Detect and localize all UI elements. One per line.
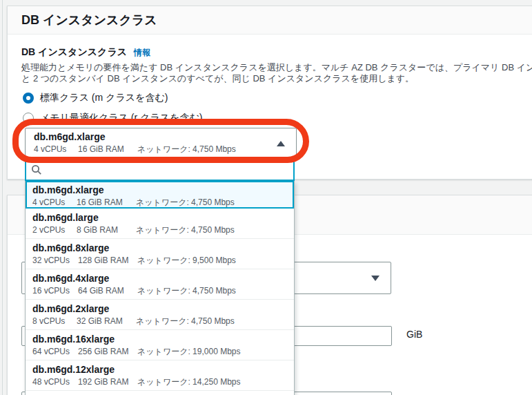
ram-value: 256 GiB RAM [78, 347, 129, 357]
network-value: ネットワーク: 4,750 Mbps [137, 286, 236, 296]
instance-specs: 4 vCPUs 16 GiB RAM ネットワーク: 4,750 Mbps [32, 198, 287, 208]
instance-specs: 2 vCPUs 8 GiB RAM ネットワーク: 4,750 Mbps [32, 225, 287, 235]
radio-button-icon[interactable] [23, 93, 34, 104]
field-label-row: DB インスタンスクラス 情報 [21, 46, 524, 59]
selected-instance-specs: 4 vCPUs 16 GiB RAM ネットワーク: 4,750 Mbps [34, 144, 288, 155]
radio-memory-optimized-classes[interactable]: メモリ最適化クラス (r クラスを含む) [21, 112, 524, 124]
network-value: ネットワーク: 4,750 Mbps [136, 225, 235, 235]
description-line-2: と 2 つのスタンバイ DB インスタンスのすべてが、同じ DB インスタンスク… [21, 73, 524, 84]
field-description: 処理能力とメモリの要件を満たす DB インスタンスクラスを選択します。マルチ A… [21, 62, 524, 84]
chevron-down-icon [371, 276, 380, 281]
vcpus-value: 8 vCPUs [32, 316, 68, 327]
vcpus-value: 2 vCPUs [32, 225, 68, 235]
selected-instance-name: db.m6gd.xlarge [34, 131, 288, 143]
ram-value: 32 GiB RAM [77, 316, 128, 327]
list-item[interactable]: db.m6gd.4xlarge 16 vCPUs 64 GiB RAM ネットワ… [26, 269, 294, 300]
list-item[interactable]: db.m6gd.12xlarge 48 vCPUs 192 GiB RAM ネッ… [26, 360, 294, 391]
instance-specs: 8 vCPUs 32 GiB RAM ネットワーク: 4,750 Mbps [32, 316, 287, 327]
instance-name: db.m6gd.2xlarge [32, 303, 287, 315]
instance-specs: 16 vCPUs 64 GiB RAM ネットワーク: 4,750 Mbps [32, 286, 287, 296]
card-body: DB インスタンスクラス 情報 処理能力とメモリの要件を満たす DB インスタン… [8, 35, 532, 124]
ram-value: 128 GiB RAM [78, 256, 129, 266]
radio-button-icon[interactable] [23, 113, 34, 124]
card-header: DB インスタンスクラス [8, 6, 532, 35]
vcpus-value: 16 vCPUs [32, 286, 70, 296]
field-label: DB インスタンスクラス [21, 46, 127, 59]
instance-name: db.m6gd.8xlarge [32, 242, 287, 254]
card-title: DB インスタンスクラス [21, 12, 157, 28]
instance-name: db.m6gd.16xlarge [32, 334, 287, 345]
instance-specs: 64 vCPUs 256 GiB RAM ネットワーク: 19,000 Mbps [32, 347, 287, 357]
radio-standard-classes[interactable]: 標準クラス (m クラスを含む) [21, 92, 524, 104]
info-link[interactable]: 情報 [134, 47, 150, 59]
network-value: ネットワーク: 9,500 Mbps [137, 256, 236, 266]
ram-value: 16 GiB RAM [77, 198, 128, 208]
content-pane-edge [2, 0, 3, 395]
network-value: ネットワーク: 4,750 Mbps [136, 316, 235, 327]
ram-value: 8 GiB RAM [77, 225, 128, 235]
gib-unit-label: GiB [406, 329, 422, 340]
instance-name: db.m6gd.12xlarge [32, 364, 287, 376]
instance-class-listbox: db.m6gd.xlarge 4 vCPUs 16 GiB RAM ネットワーク… [25, 181, 295, 395]
vcpus-value: 4 vCPUs [32, 198, 68, 208]
network-value: ネットワーク: 4,750 Mbps [136, 198, 235, 208]
vcpus-value: 64 vCPUs [32, 347, 70, 357]
network-value: ネットワーク: 4,750 Mbps [137, 144, 236, 155]
description-line-1: 処理能力とメモリの要件を満たす DB インスタンスクラスを選択します。マルチ A… [21, 62, 524, 73]
radio-label: 標準クラス (m クラスを含む) [40, 92, 168, 104]
instance-class-select-trigger[interactable]: db.m6gd.xlarge 4 vCPUs 16 GiB RAM ネットワーク… [25, 128, 297, 158]
list-item[interactable]: db.m6gd.xlarge 4 vCPUs 16 GiB RAM ネットワーク… [26, 181, 294, 209]
instance-name: db.m6gd.4xlarge [32, 273, 287, 285]
network-value: ネットワーク: 19,000 Mbps [137, 347, 240, 357]
ram-value: 64 GiB RAM [78, 286, 129, 296]
instance-name: db.m6gd.xlarge [32, 184, 287, 196]
list-item[interactable]: db.m6gd.large 2 vCPUs 8 GiB RAM ネットワーク: … [26, 209, 294, 239]
chevron-up-icon [277, 141, 285, 146]
instance-name: db.m6gd.large [32, 212, 287, 224]
search-icon [31, 164, 42, 175]
radio-label: メモリ最適化クラス (r クラスを含む) [40, 112, 202, 124]
vcpus-value: 32 vCPUs [32, 256, 70, 266]
instance-specs: 32 vCPUs 128 GiB RAM ネットワーク: 9,500 Mbps [32, 256, 287, 266]
instance-class-search[interactable] [25, 158, 295, 181]
network-value: ネットワーク: 14,250 Mbps [137, 377, 240, 387]
vcpus-value: 48 vCPUs [32, 377, 70, 387]
instance-specs: 48 vCPUs 192 GiB RAM ネットワーク: 14,250 Mbps [32, 377, 287, 387]
ram-value: 16 GiB RAM [78, 144, 129, 155]
ram-value: 192 GiB RAM [78, 377, 129, 387]
list-item[interactable]: db.m6gd.2xlarge 8 vCPUs 32 GiB RAM ネットワー… [26, 300, 294, 330]
list-item[interactable]: db.m6gd.8xlarge 32 vCPUs 128 GiB RAM ネット… [26, 239, 294, 269]
instance-class-search-input[interactable] [46, 164, 288, 176]
vcpus-value: 4 vCPUs [34, 144, 70, 155]
list-item[interactable]: db.m6gd.16xlarge 64 vCPUs 256 GiB RAM ネッ… [26, 330, 294, 360]
